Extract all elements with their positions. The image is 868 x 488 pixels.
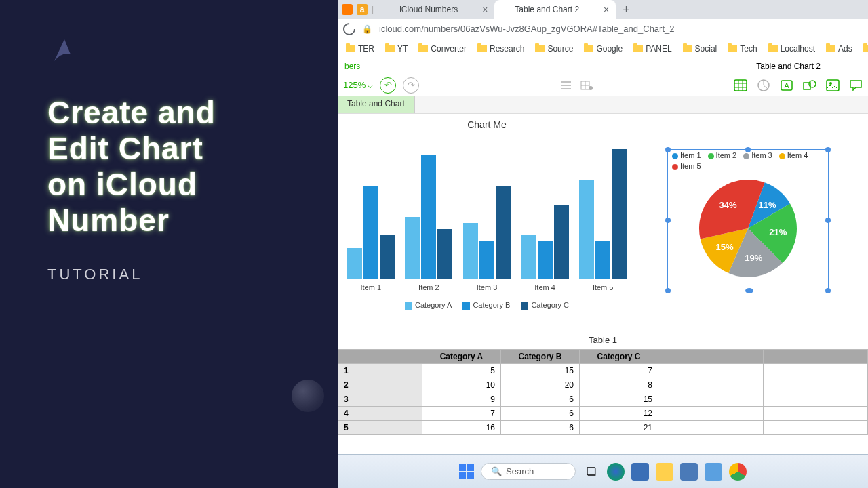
table-cell[interactable]: 10	[422, 378, 501, 392]
selection-handle[interactable]	[745, 288, 753, 293]
sheet-tab[interactable]: Table and Chart	[338, 96, 415, 113]
row-header[interactable]: 4	[338, 407, 422, 421]
task-view-icon[interactable]: ❏	[583, 463, 600, 481]
edge-icon[interactable]	[607, 463, 625, 481]
table-cell[interactable]: 7	[422, 407, 501, 421]
selection-handle[interactable]	[825, 288, 831, 293]
table-row[interactable]: 47612	[338, 407, 868, 421]
list-icon[interactable]	[560, 81, 572, 90]
insert-table-icon[interactable]	[580, 81, 593, 90]
table-cell[interactable]: 12	[580, 407, 658, 421]
selection-handle[interactable]	[825, 218, 831, 223]
chrome-icon[interactable]	[729, 463, 747, 481]
selection-handle[interactable]	[825, 147, 831, 152]
spreadsheet-canvas[interactable]: Chart Me Item 1Item 2Item 3Item 4Item 5 …	[338, 114, 868, 473]
table-tool-icon[interactable]	[734, 79, 747, 92]
app-icon[interactable]	[705, 463, 722, 481]
table-row[interactable]: 210208	[338, 378, 868, 392]
close-tab-icon[interactable]: ×	[482, 4, 488, 15]
table-cell[interactable]: 6	[501, 392, 580, 407]
bookmark-label: TER	[358, 44, 374, 54]
table-cell[interactable]	[763, 407, 868, 421]
start-button[interactable]	[459, 464, 474, 479]
table-header[interactable]: Category C	[580, 350, 658, 364]
table-cell[interactable]: 6	[501, 421, 580, 435]
browser-tab-active[interactable]: Table and Chart 2 ×	[494, 0, 616, 19]
bar-chart[interactable]: Chart Me Item 1Item 2Item 3Item 4Item 5 …	[338, 119, 636, 310]
bookmark-item[interactable]: Ads	[822, 43, 856, 55]
table-cell[interactable]: 5	[422, 364, 501, 378]
text-tool-icon[interactable]: A	[780, 79, 793, 92]
table-cell[interactable]: 15	[580, 392, 658, 407]
table-cell[interactable]: 21	[580, 421, 658, 435]
app-icon[interactable]	[680, 463, 698, 481]
svg-rect-8	[827, 80, 839, 91]
table-cell[interactable]	[763, 421, 868, 435]
media-tool-icon[interactable]	[826, 79, 840, 92]
row-header[interactable]: 1	[338, 364, 422, 378]
pinned-tab-icon[interactable]	[342, 4, 353, 15]
comment-tool-icon[interactable]	[849, 79, 863, 92]
table-row[interactable]: 516621	[338, 421, 868, 435]
file-explorer-icon[interactable]	[656, 463, 673, 481]
table-header[interactable]: Category B	[501, 350, 580, 364]
lock-icon[interactable]: 🔒	[362, 24, 372, 34]
pie-chart-selected[interactable]: Item 1Item 2Item 3Item 4Item 5 11%21%19%…	[667, 149, 829, 291]
selection-handle[interactable]	[745, 147, 751, 152]
document-title[interactable]: Table and Chart 2	[756, 62, 821, 71]
redo-button[interactable]: ↷	[403, 77, 419, 94]
data-table[interactable]: Category ACategory BCategory C 151572102…	[338, 349, 868, 435]
pinned-tab-icon[interactable]: a	[357, 4, 368, 15]
chart-tool-icon[interactable]	[757, 79, 770, 92]
table-cell[interactable]	[658, 421, 764, 435]
bookmark-item[interactable]: PANEL	[629, 43, 675, 55]
table-header[interactable]	[658, 350, 764, 364]
table-cell[interactable]	[658, 392, 764, 407]
table-cell[interactable]	[763, 378, 868, 392]
bookmark-item[interactable]: TER	[342, 43, 378, 55]
table-cell[interactable]	[658, 378, 764, 392]
table-row[interactable]: 15157	[338, 364, 868, 378]
browser-tab[interactable]: iCloud Numbers ×	[379, 0, 494, 19]
selection-handle[interactable]	[665, 218, 671, 223]
zoom-dropdown[interactable]: 125% ⌵	[343, 80, 373, 90]
shape-tool-icon[interactable]	[803, 79, 816, 92]
table-row[interactable]: 39615	[338, 392, 868, 407]
table-cell[interactable]: 8	[580, 378, 658, 392]
row-header[interactable]: 3	[338, 392, 422, 407]
table-header[interactable]	[338, 350, 422, 364]
table-header[interactable]	[763, 350, 868, 364]
bookmark-item[interactable]: Social	[679, 43, 722, 55]
undo-button[interactable]: ↶	[380, 77, 396, 94]
bookmark-item[interactable]: Localhost	[764, 43, 819, 55]
bookmark-item[interactable]: YT	[381, 43, 412, 55]
row-header[interactable]: 5	[338, 421, 422, 435]
new-tab-button[interactable]: +	[616, 3, 637, 17]
back-link[interactable]: bers	[344, 62, 360, 71]
url-text[interactable]: icloud.com/numbers/06azVsWu-Jvz8GAup_zgV…	[379, 24, 675, 34]
reload-icon[interactable]	[340, 20, 357, 37]
table-header[interactable]: Category A	[422, 350, 501, 364]
app-icon[interactable]	[631, 463, 649, 481]
bookmark-item[interactable]: Tech	[724, 43, 761, 55]
table-cell[interactable]: 7	[580, 364, 658, 378]
selection-handle[interactable]	[665, 147, 671, 152]
table-cell[interactable]	[763, 364, 868, 378]
table-cell[interactable]: 16	[422, 421, 501, 435]
table-cell[interactable]: 20	[501, 378, 580, 392]
table-cell[interactable]	[658, 407, 764, 421]
bookmark-item[interactable]: Research	[473, 43, 528, 55]
table-cell[interactable]: 6	[501, 407, 580, 421]
table-cell[interactable]: 15	[501, 364, 580, 378]
table-cell[interactable]	[763, 392, 868, 407]
table-cell[interactable]: 9	[422, 392, 501, 407]
bookmark-item[interactable]: Source	[531, 43, 577, 55]
close-tab-icon[interactable]: ×	[604, 4, 609, 15]
row-header[interactable]: 2	[338, 378, 422, 392]
taskbar-search[interactable]: 🔍Search	[481, 463, 576, 480]
selection-handle[interactable]	[665, 288, 671, 293]
bookmark-item[interactable]: Google	[580, 43, 627, 55]
table-cell[interactable]	[658, 364, 764, 378]
bookmark-item[interactable]: F7	[859, 43, 868, 55]
bookmark-item[interactable]: Converter	[414, 43, 471, 55]
